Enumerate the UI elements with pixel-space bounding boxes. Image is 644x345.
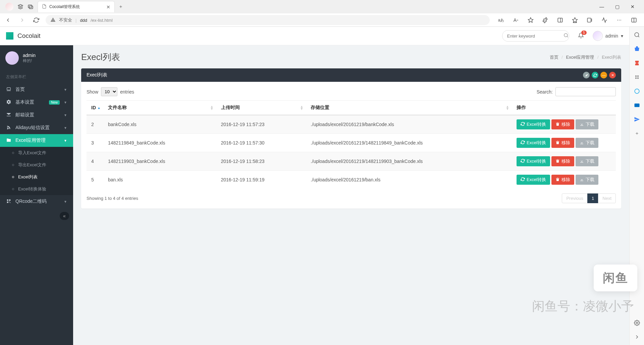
collapse-sidebar-button[interactable]: « [60,212,69,220]
svg-point-11 [564,34,568,37]
sidebar-item-3[interactable]: Alidayu短信设置▼ [0,121,73,134]
sidebar-item-0[interactable]: 首页▼ [0,83,73,96]
edge-tools-icon[interactable] [634,60,640,66]
workspaces-icon[interactable] [17,4,23,10]
col-filename[interactable]: 文件名称▲▼ [103,101,216,115]
search-icon[interactable] [564,33,569,39]
download-icon [580,140,584,146]
col-time[interactable]: 上传时间▲▼ [216,101,306,115]
close-window-button[interactable]: ✕ [628,2,637,11]
performance-icon[interactable] [600,15,609,25]
col-path[interactable]: 存储位置▲▼ [306,101,512,115]
cell-filename: ban.xls [103,171,216,189]
browser-tab[interactable]: Cocolait管理系统 ✕ [38,1,115,12]
sidebar: admin 棒的! 左侧菜单栏 首页▼基本设置New▼邮箱设置▼Alidayu短… [0,45,73,345]
panel-action-minimize[interactable]: — [600,72,607,78]
delete-button[interactable]: 移除 [551,156,574,166]
convert-button[interactable]: Excel转换 [517,156,550,166]
submenu-item-0[interactable]: 导入Excel文件 [0,147,73,159]
url-box[interactable]: 不安全 | ddd/ex-list.html [46,15,490,25]
svg-point-28 [637,77,639,79]
delete-button[interactable]: 移除 [551,119,574,129]
svg-rect-17 [7,202,8,203]
chevron-down-icon: ▼ [64,101,67,104]
cell-actions: Excel转换移除下载 [512,152,616,171]
edge-settings-icon[interactable] [634,320,640,326]
back-button[interactable] [3,15,13,25]
delete-button[interactable]: 移除 [551,175,574,185]
split-screen-icon[interactable] [629,15,639,25]
download-button[interactable]: 下载 [576,138,598,148]
panel-action-refresh[interactable] [592,72,598,78]
edge-add-icon[interactable]: ＋ [634,130,640,137]
new-tab-button[interactable]: ＋ [116,2,125,11]
download-icon [580,159,584,164]
download-button[interactable]: 下载 [576,175,598,185]
search-input[interactable] [507,34,564,39]
page-prev[interactable]: Previous [562,193,588,203]
crumb-home[interactable]: 首页 [550,55,558,60]
sidebar-item-4[interactable]: Excel应用管理▼ [0,134,73,147]
edge-outlook-icon[interactable] [634,102,640,109]
sidebar-item-2[interactable]: 邮箱设置▼ [0,109,73,121]
convert-button[interactable]: Excel转换 [517,175,550,185]
tab-bar: Cocolait管理系统 ✕ ＋ — ▢ ✕ [0,0,644,13]
tab-close-icon[interactable]: ✕ [106,4,110,10]
favorite-icon[interactable] [526,15,535,25]
forward-button[interactable] [17,15,27,25]
convert-button[interactable]: Excel转换 [517,119,550,129]
content-area: Execl列表 首页 / Excel应用管理 / Execl列表 Execl列表 [73,45,629,345]
sidebar-item-5[interactable]: QRcode二维码▼ [0,195,73,208]
refresh-button[interactable] [32,15,41,25]
read-aloud-icon[interactable]: A» [511,15,521,25]
edge-games-icon[interactable] [634,74,640,80]
svg-point-27 [635,77,637,79]
edge-search-icon[interactable] [634,32,640,38]
panel-action-pin[interactable] [583,72,590,78]
sidebar-item-1[interactable]: 基本设置New▼ [0,96,73,109]
submenu-item-3[interactable]: Excel转换体验 [0,183,73,195]
page-length-select[interactable]: 10 [101,87,117,96]
notifications-button[interactable]: 5 [573,33,589,40]
panel: Execl列表 — ✕ Show 10 entries [81,68,621,209]
download-button[interactable]: 下载 [576,119,598,129]
convert-button[interactable]: Excel转换 [517,138,550,148]
table-search-input[interactable] [555,87,616,96]
cell-id: 5 [87,171,103,189]
search-box[interactable] [502,30,569,42]
page-1[interactable]: 1 [587,193,598,203]
cell-path: ./uploads/excel/20161219/ban.xls [306,171,512,189]
download-button[interactable]: 下载 [576,156,598,166]
user-menu[interactable]: admin ▾ [593,31,623,41]
submenu-item-1[interactable]: 导出Excel文件 [0,159,73,171]
maximize-button[interactable]: ▢ [612,2,622,11]
minimize-button[interactable]: — [597,2,606,11]
edge-shopping-icon[interactable] [634,46,640,52]
sidebar-item-label: Excel应用管理 [15,137,60,143]
profile-avatar-icon[interactable] [5,3,13,11]
edge-copilot-icon[interactable] [634,88,640,95]
svg-rect-3 [558,18,562,22]
extensions-icon[interactable] [541,15,550,25]
tab-overview-icon[interactable] [28,4,34,10]
page-next[interactable]: Next [598,193,616,203]
submenu-item-2[interactable]: Excel列表 [0,171,73,183]
col-id[interactable]: ID▲ [87,101,103,115]
panel-action-close[interactable]: ✕ [609,72,616,78]
cell-path: ./uploads/excel/20161219/1482119849_bank… [306,134,512,152]
svg-rect-16 [9,199,10,200]
favorites-bar-icon[interactable] [570,15,580,25]
avatar [593,31,603,41]
edge-hide-icon[interactable] [634,334,640,340]
download-icon [580,177,584,182]
edge-send-icon[interactable] [634,116,640,123]
more-icon[interactable]: ⋯ [614,15,624,25]
collections-icon[interactable] [585,15,594,25]
submenu-label: Excel转换体验 [18,186,46,192]
delete-button[interactable]: 移除 [551,138,574,148]
sidebar-toggle-icon[interactable] [555,15,565,25]
svg-rect-22 [635,61,639,62]
translate-icon[interactable]: aあ [496,15,506,25]
url-path: /ex-list.html [91,18,113,23]
crumb-parent[interactable]: Excel应用管理 [566,55,594,60]
